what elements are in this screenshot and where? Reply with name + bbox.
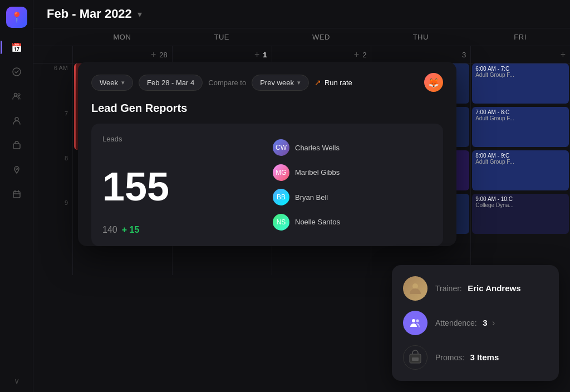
add-fri-icon[interactable]: + xyxy=(561,50,566,60)
event-fri-2[interactable]: 7:00 AM - 8:C Adult Group F... xyxy=(472,107,569,147)
event-fri-4[interactable]: 9:00 AM - 10:C College Dyna... xyxy=(472,194,569,234)
prev-week-btn[interactable]: Prev week ▾ xyxy=(252,75,309,91)
sidebar-item-bag[interactable] xyxy=(6,135,27,156)
report-title: Lead Gen Reports xyxy=(91,102,443,115)
day-headers: MON TUE WED THU FRI xyxy=(33,28,570,46)
sidebar-item-check[interactable] xyxy=(6,61,27,82)
date-spacer xyxy=(33,46,72,63)
trainer-avatar xyxy=(403,276,428,301)
attendence-icon xyxy=(403,311,428,335)
time-7am: 7 xyxy=(33,108,72,153)
date-thu: 3 xyxy=(371,46,470,63)
sidebar-collapse[interactable]: ∨ xyxy=(14,376,19,385)
day-header-tue: TUE xyxy=(172,28,272,46)
sidebar-item-location[interactable] xyxy=(6,159,27,180)
time-8am: 8 xyxy=(33,153,72,197)
leads-list: CW Charles Wells MG Maribel Gibbs BB Bry… xyxy=(273,135,432,235)
date-wed: + 2 xyxy=(272,46,371,63)
date-fri: + xyxy=(470,46,570,63)
day-header-thu: THU xyxy=(371,28,470,46)
svg-point-7 xyxy=(412,283,418,289)
day-header-mon: MON xyxy=(72,28,172,46)
popup-promos-row: Promos: 3 Items xyxy=(403,345,548,370)
lead-name-1: Charles Wells xyxy=(295,144,340,152)
day-col-fri: 6:00 AM - 7:C Adult Group F... 7:00 AM -… xyxy=(470,63,570,275)
add-tue-icon[interactable]: + xyxy=(254,50,259,60)
popup-attendence-row: Attendence: 3 › xyxy=(403,311,548,335)
date-range-btn[interactable]: Feb 28 - Mar 4 xyxy=(139,75,203,91)
popup-trainer-info: Trainer: Eric Andrews xyxy=(435,283,520,293)
time-column: 6 AM 7 8 9 xyxy=(33,63,72,275)
lead-name-3: Bryan Bell xyxy=(295,193,328,202)
day-header-fri: FRI xyxy=(470,28,570,46)
leads-label: Leads xyxy=(102,135,262,143)
svg-point-5 xyxy=(16,168,17,170)
header: Feb - Mar 2022 ▾ xyxy=(33,0,570,28)
list-item: CW Charles Wells xyxy=(273,139,432,156)
svg-rect-4 xyxy=(13,144,20,149)
svg-point-3 xyxy=(15,117,18,121)
lead-name-2: Maribel Gibbs xyxy=(295,168,340,177)
svg-rect-11 xyxy=(412,357,419,361)
main-content: Feb - Mar 2022 ▾ MON TUE WED THU FRI + 2… xyxy=(33,0,570,392)
sidebar-item-person[interactable] xyxy=(6,110,27,131)
leads-sub: 140 + 15 xyxy=(102,225,262,235)
date-tue: + 1 xyxy=(172,46,272,63)
sidebar-item-calendar2[interactable] xyxy=(6,184,27,205)
date-mon: + 28 xyxy=(72,46,172,63)
sidebar-item-calendar[interactable]: 📅 xyxy=(6,37,27,58)
title-dropdown-icon[interactable]: ▾ xyxy=(137,9,142,19)
lead-avatar-1: CW xyxy=(273,139,289,156)
popup-attendence-info: Attendence: 3 › xyxy=(435,318,495,328)
list-item: MG Maribel Gibbs xyxy=(273,164,432,181)
add-mon-icon[interactable]: + xyxy=(151,50,156,60)
time-6am: 6 AM xyxy=(33,63,72,108)
lead-avatar-4: NS xyxy=(273,214,289,231)
popup-card: Trainer: Eric Andrews Attendence: 3 xyxy=(392,265,559,381)
svg-point-8 xyxy=(412,319,415,322)
popup-promos-info: Promos: 3 Items xyxy=(435,352,499,362)
svg-point-1 xyxy=(14,94,17,96)
event-fri-1[interactable]: 6:00 AM - 7:C Adult Group F... xyxy=(472,63,569,104)
time-9am: 9 xyxy=(33,197,72,242)
compare-label: Compare to xyxy=(208,79,246,87)
day-header-wed: WED xyxy=(272,28,371,46)
popup-trainer-row: Trainer: Eric Andrews xyxy=(403,276,548,301)
lead-avatar-3: BB xyxy=(273,189,289,205)
list-item: NS Noelle Santos xyxy=(273,214,432,231)
svg-point-9 xyxy=(416,320,419,322)
attendence-chevron-icon[interactable]: › xyxy=(492,318,495,327)
leads-card: Leads 155 140 + 15 CW Charles Wells MG M… xyxy=(91,124,443,246)
promos-icon xyxy=(403,345,428,370)
list-item: BB Bryan Bell xyxy=(273,189,432,205)
prev-week-dropdown-icon: ▾ xyxy=(297,79,301,86)
lead-avatar-2: MG xyxy=(273,164,289,181)
leads-base: 140 xyxy=(102,225,117,235)
run-rate-btn[interactable]: ↗ Run rate xyxy=(315,78,352,87)
run-rate-icon: ↗ xyxy=(315,78,321,87)
add-wed-icon[interactable]: + xyxy=(354,50,359,60)
calendar-area: MON TUE WED THU FRI + 28 + 1 + 2 3 xyxy=(33,28,570,392)
svg-point-2 xyxy=(18,94,20,96)
leads-total: 155 xyxy=(102,148,262,225)
overlay-panel: Week ▾ Feb 28 - Mar 4 Compare to Prev we… xyxy=(78,62,456,246)
user-avatar: 🦊 xyxy=(424,73,443,92)
app-logo: 📍 xyxy=(6,7,27,28)
sidebar: 📍 📅 xyxy=(0,0,33,392)
date-row: + 28 + 1 + 2 3 + xyxy=(33,46,570,63)
lead-name-4: Noelle Santos xyxy=(295,218,340,226)
event-fri-3[interactable]: 8:00 AM - 9:C Adult Group F... xyxy=(472,150,569,190)
leads-plus: + 15 xyxy=(122,225,140,235)
page-title: Feb - Mar 2022 xyxy=(47,7,132,21)
svg-rect-6 xyxy=(13,192,20,198)
leads-left: Leads 155 140 + 15 xyxy=(102,135,262,235)
sidebar-item-users[interactable] xyxy=(6,86,27,107)
week-selector-btn[interactable]: Week ▾ xyxy=(91,75,133,91)
overlay-toolbar: Week ▾ Feb 28 - Mar 4 Compare to Prev we… xyxy=(91,73,443,92)
week-dropdown-icon: ▾ xyxy=(121,79,125,86)
